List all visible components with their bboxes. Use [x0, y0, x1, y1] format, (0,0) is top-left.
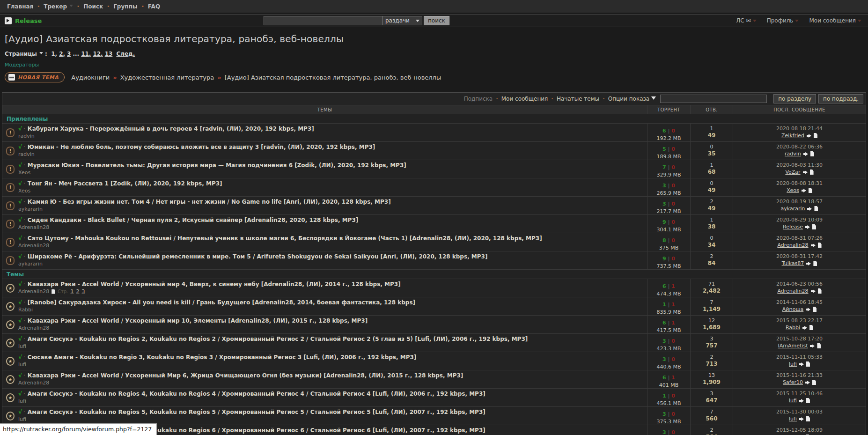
- goto-last-post-icon[interactable]: [802, 325, 813, 330]
- my-messages-link[interactable]: Мои сообщения: [809, 17, 861, 24]
- topic-title-link[interactable]: Тонг Ян - Меч Рассвета 1 [Zodik, (ЛИ), 2…: [28, 180, 222, 187]
- nav-faq[interactable]: FAQ: [148, 3, 160, 10]
- views-count: 2,482: [691, 288, 733, 294]
- last-post-author-link[interactable]: Xeos: [787, 187, 799, 193]
- display-options-link[interactable]: Опции показа: [608, 96, 656, 102]
- goto-last-post-icon[interactable]: [810, 343, 821, 348]
- breadcrumb-fiction[interactable]: Художественная литература: [120, 74, 214, 81]
- replies-cell: 1 38: [690, 215, 733, 233]
- last-post-author-link[interactable]: Zeikfried: [781, 133, 804, 139]
- views-count: 560: [691, 415, 733, 422]
- last-post-author-link[interactable]: Release: [783, 224, 803, 230]
- topic-page-link[interactable]: 2: [76, 288, 80, 295]
- last-post-author-link[interactable]: IAmAmetist: [778, 343, 808, 349]
- replies-count: 3: [691, 391, 733, 397]
- search-scope-select[interactable]: раздачи: [383, 16, 422, 25]
- topic-page-link[interactable]: 1: [71, 288, 74, 295]
- search-section-button[interactable]: по разделу: [773, 94, 816, 103]
- nav-search[interactable]: Поиск: [83, 3, 103, 10]
- header-last-post[interactable]: ПОСЛ. СООБЩЕНИЕ: [733, 105, 866, 114]
- topic-title-link[interactable]: Амаги Сюсукэ - Koukaku no Regios 4, Kouk…: [28, 391, 485, 397]
- last-post-author-link[interactable]: VoZar: [785, 169, 800, 175]
- last-post-author-link[interactable]: lufi: [789, 416, 797, 422]
- goto-last-post-icon[interactable]: [803, 170, 814, 175]
- pages-label[interactable]: Страницы: [5, 51, 37, 57]
- topic-title-link[interactable]: Юмикан - Не люблю боль, поэтому собираюс…: [28, 144, 375, 150]
- last-post-author-link[interactable]: lufi: [789, 398, 797, 404]
- header-search-input[interactable]: [264, 16, 383, 25]
- site-logo-icon[interactable]: [5, 17, 12, 24]
- topic-title-link[interactable]: [Ranobe] Сакурадзака Хироси - All you ne…: [28, 299, 415, 306]
- forum-search-input[interactable]: [660, 95, 767, 103]
- last-post-author-link[interactable]: Rabbi: [786, 324, 800, 331]
- topic-title-link[interactable]: Сато Цутому - Mahouka Koukou no Rettouse…: [28, 235, 542, 242]
- new-topic-button[interactable]: новая тема: [5, 72, 65, 82]
- breadcrumb-audiobooks[interactable]: Аудиокниги: [71, 74, 110, 81]
- moderators-link[interactable]: Модераторы: [5, 62, 868, 68]
- topic-title-link[interactable]: Мурасаки Юкия - Повелитель тьмы: Другая …: [28, 162, 406, 169]
- goto-last-post-icon[interactable]: [803, 151, 814, 156]
- nav-tracker[interactable]: Трекер: [44, 3, 73, 10]
- torrent-size: 329.9 MB: [647, 172, 690, 178]
- next-page-link[interactable]: След.: [116, 51, 135, 57]
- goto-last-post-icon[interactable]: [805, 380, 816, 385]
- goto-last-post-icon[interactable]: [806, 261, 817, 266]
- last-post-date: 2020-08-08 18:31: [733, 180, 866, 186]
- last-post-author-link[interactable]: aykararin: [781, 206, 805, 212]
- topic-title-link[interactable]: Кавахара Рэки - Accel World / Ускоренный…: [28, 281, 401, 288]
- header-search-button[interactable]: поиск: [424, 16, 449, 25]
- topic-title-link[interactable]: Сюсаке Амаги - Koukaku no Regio 3, Kouka…: [28, 354, 416, 361]
- leechers-count: 0: [671, 356, 675, 362]
- page-link[interactable]: 12: [93, 51, 103, 57]
- torrent-size: 189.8 MB: [647, 154, 690, 160]
- page-link[interactable]: 3: [67, 51, 71, 57]
- topic-title-link[interactable]: Камия Ю - Без игры жизни нет. Том 4 / Не…: [28, 199, 391, 205]
- page-link[interactable]: 13: [105, 51, 113, 57]
- replies-count: 2: [691, 427, 733, 433]
- profile-link[interactable]: Профиль: [767, 17, 799, 24]
- goto-last-post-icon[interactable]: [799, 361, 810, 367]
- star-icon: ★: [6, 320, 15, 329]
- topic-title-link[interactable]: Амаги Сюсукэ - Koukaku no Regios 5, Kouk…: [28, 409, 485, 415]
- goto-last-post-icon[interactable]: [811, 243, 822, 248]
- topic-page-link[interactable]: 3: [82, 288, 85, 295]
- goto-last-post-icon[interactable]: [807, 133, 817, 138]
- goto-last-post-icon[interactable]: [811, 288, 822, 294]
- topic-title-link[interactable]: Кабураги Харука - Перерождённый в дочь г…: [28, 125, 314, 132]
- last-post-author-link[interactable]: Tulkas87: [782, 260, 804, 266]
- search-subsection-button[interactable]: по подразд.: [818, 94, 863, 103]
- torrent-cell: 9|0 304.1 MB: [647, 215, 690, 233]
- started-topics-link[interactable]: Начатые темы: [557, 96, 599, 102]
- last-post-author-link[interactable]: Safer10: [783, 379, 803, 385]
- topic-title-link[interactable]: Ширакоме Рё - Арифурэта: Сильнейший реме…: [28, 253, 488, 260]
- nav-home[interactable]: Главная: [7, 3, 33, 10]
- private-messages-link[interactable]: ЛС ✉: [736, 17, 756, 24]
- topic-title-link[interactable]: Кавахара Рэки - Accel World / Ускоренный…: [28, 372, 463, 379]
- my-messages-toolbar-link[interactable]: Мои сообщения: [501, 96, 548, 102]
- topic-title-link[interactable]: Амаги Сюсукэ - Koukaku no Regios 2, Kouk…: [28, 336, 528, 342]
- site-brand[interactable]: Release: [15, 17, 42, 24]
- last-post-author-link[interactable]: radvin: [785, 151, 801, 157]
- goto-last-post-icon[interactable]: [799, 398, 810, 403]
- last-post-author-link[interactable]: Айпоша: [782, 306, 803, 312]
- topic-title-link[interactable]: Сиден Кандзаки - Black Bullet / Черная п…: [28, 217, 358, 223]
- goto-last-post-icon[interactable]: [799, 416, 810, 421]
- header-replies[interactable]: ОТВ.: [690, 105, 733, 114]
- goto-last-post-icon[interactable]: [802, 188, 812, 193]
- last-post-author-link[interactable]: lufi: [789, 361, 797, 367]
- subscribe-link[interactable]: Подписка: [464, 96, 493, 102]
- page-link[interactable]: 2: [59, 51, 65, 57]
- last-post-author-link[interactable]: Adrenalin28: [777, 288, 808, 294]
- approved-check-icon: √: [18, 199, 22, 205]
- topic-title-link[interactable]: Кавахара Рэки - Accel World / Ускоренный…: [28, 317, 368, 324]
- replies-count: 7: [691, 299, 733, 305]
- page-link[interactable]: 11: [81, 51, 91, 57]
- breadcrumb-current: [Аудио] Азиатская подростковая литератур…: [225, 74, 441, 81]
- views-count: 38: [691, 223, 733, 230]
- goto-last-post-icon[interactable]: [806, 307, 817, 312]
- goto-last-post-icon[interactable]: [807, 206, 818, 211]
- last-post-author-link[interactable]: Adrenalin28: [777, 242, 808, 248]
- header-torrent[interactable]: ТОРРЕНТ: [647, 105, 690, 114]
- nav-groups[interactable]: Группы: [113, 3, 138, 10]
- goto-last-post-icon[interactable]: [805, 224, 816, 229]
